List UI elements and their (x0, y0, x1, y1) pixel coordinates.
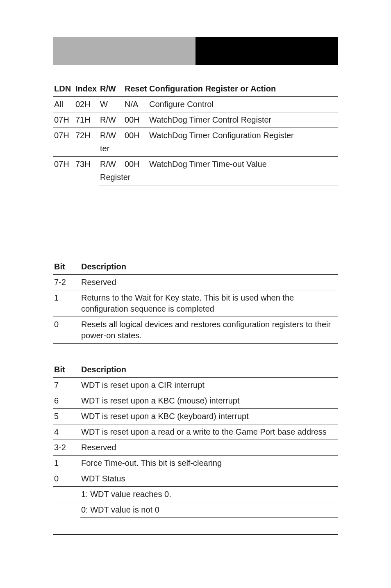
col-reset: Reset (124, 81, 148, 97)
table-row: 1 Returns to the Wait for Key state. Thi… (53, 290, 338, 317)
cell-index: 02H (75, 97, 99, 112)
cell-config: WatchDog Timer Control Register (148, 112, 338, 128)
cell-reset: 00H (124, 128, 148, 144)
table-row: All 02H W N/A Configure Control (53, 97, 338, 112)
table-row: 3-2 Reserved (53, 440, 338, 456)
table-row: 7 WDT is reset upon a CIR interrupt (53, 378, 338, 393)
register-table-section: LDN Index R/W Reset Configuration Regist… (53, 81, 338, 185)
cell-desc: Resets all logical devices and restores … (80, 317, 338, 344)
cell-reset: 00H (124, 112, 148, 128)
col-config: Configuration Register or Action (148, 81, 338, 97)
cell-bit: 0 (53, 317, 80, 344)
table-row-continuation: ter (53, 143, 338, 157)
table-header-row: Bit Description (53, 259, 338, 275)
bit-table-2-section: Bit Description 7 WDT is reset upon a CI… (53, 362, 338, 518)
cell-desc: WDT is reset upon a read or a write to t… (80, 424, 338, 440)
table-row: 1 Force Time-out. This bit is self-clear… (53, 456, 338, 471)
cell-ldn: 07H (53, 157, 75, 172)
cell-ldn: 07H (53, 112, 75, 128)
cell-desc: WDT is reset upon a KBC (keyboard) inter… (80, 409, 338, 424)
table-row: 1: WDT value reaches 0. (53, 487, 338, 502)
table-row: 07H 72H R/W 00H WatchDog Timer Configura… (53, 128, 338, 144)
cell-desc: 0: WDT value is not 0 (80, 502, 338, 518)
cell-rw: R/W (99, 112, 124, 128)
table-row: 07H 71H R/W 00H WatchDog Timer Control R… (53, 112, 338, 128)
cell-desc: WDT is reset upon a KBC (mouse) interrup… (80, 393, 338, 409)
banner-right (196, 37, 338, 65)
cell-bit: 1 (53, 290, 80, 317)
cell-bit: 3-2 (53, 440, 80, 456)
table-row: 6 WDT is reset upon a KBC (mouse) interr… (53, 393, 338, 409)
cell-bit: 4 (53, 424, 80, 440)
cell-bit: 7 (53, 378, 80, 393)
table-row: 5 WDT is reset upon a KBC (keyboard) int… (53, 409, 338, 424)
cell-reset: 00H (124, 157, 148, 172)
cell-desc: 1: WDT value reaches 0. (80, 487, 338, 502)
cell-index: 73H (75, 157, 99, 172)
table-row-continuation: Register (53, 172, 338, 185)
cell-bit: 5 (53, 409, 80, 424)
cell-config: WatchDog Timer Configuration Register (148, 128, 338, 144)
table-row: 0 WDT Status (53, 471, 338, 487)
cell-desc: Reserved (80, 275, 338, 290)
cell-bit: 1 (53, 456, 80, 471)
col-bit: Bit (53, 362, 80, 378)
col-ldn: LDN (53, 81, 75, 97)
table-header-row: Bit Description (53, 362, 338, 378)
cell-bit: 0 (53, 471, 80, 487)
cell-desc: Returns to the Wait for Key state. This … (80, 290, 338, 317)
header-banner (53, 37, 338, 65)
cell-bit: 7-2 (53, 275, 80, 290)
col-desc: Description (80, 259, 338, 275)
col-bit: Bit (53, 259, 80, 275)
cell-rw-cont: Register (99, 172, 338, 185)
cell-rw: R/W (99, 128, 124, 144)
register-table: LDN Index R/W Reset Configuration Regist… (53, 81, 338, 185)
table-row: 4 WDT is reset upon a read or a write to… (53, 424, 338, 440)
cell-config: Configure Control (148, 97, 338, 112)
cell-ldn: 07H (53, 128, 75, 144)
page-footer-rule (53, 534, 338, 535)
table-row: 7-2 Reserved (53, 275, 338, 290)
cell-bit: 6 (53, 393, 80, 409)
cell-config: WatchDog Timer Time-out Value (148, 157, 338, 172)
bit-table-2: Bit Description 7 WDT is reset upon a CI… (53, 362, 338, 518)
bit-table-1-section: Bit Description 7-2 Reserved 1 Returns t… (53, 259, 338, 344)
col-rw: R/W (99, 81, 124, 97)
cell-desc: Force Time-out. This bit is self-clearin… (80, 456, 338, 471)
cell-index: 72H (75, 128, 99, 144)
cell-ldn: All (53, 97, 75, 112)
cell-index: 71H (75, 112, 99, 128)
cell-rw: R/W (99, 157, 124, 172)
table-header-row: LDN Index R/W Reset Configuration Regist… (53, 81, 338, 97)
cell-desc: WDT Status (80, 471, 338, 487)
cell-reset: N/A (124, 97, 148, 112)
col-index: Index (75, 81, 99, 97)
cell-desc: WDT is reset upon a CIR interrupt (80, 378, 338, 393)
banner-left (53, 37, 196, 65)
table-row: 07H 73H R/W 00H WatchDog Timer Time-out … (53, 157, 338, 172)
bit-table-1: Bit Description 7-2 Reserved 1 Returns t… (53, 259, 338, 344)
col-desc: Description (80, 362, 338, 378)
cell-desc: Reserved (80, 440, 338, 456)
cell-rw: W (99, 97, 124, 112)
cell-rw-cont: ter (99, 143, 338, 157)
table-row: 0: WDT value is not 0 (53, 502, 338, 518)
table-row: 0 Resets all logical devices and restore… (53, 317, 338, 344)
